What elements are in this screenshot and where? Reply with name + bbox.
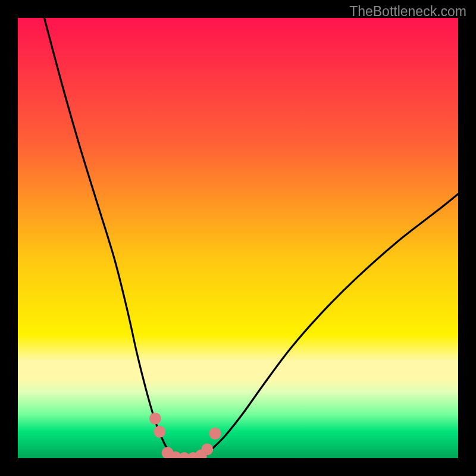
marker-point: [201, 443, 213, 455]
plot-area: [18, 18, 458, 458]
marker-point: [154, 426, 165, 438]
chart-canvas: [18, 18, 458, 458]
marker-point: [209, 428, 221, 440]
gradient-background: [18, 18, 458, 458]
marker-point: [149, 412, 161, 424]
watermark-text: TheBottleneck.com: [349, 4, 466, 20]
